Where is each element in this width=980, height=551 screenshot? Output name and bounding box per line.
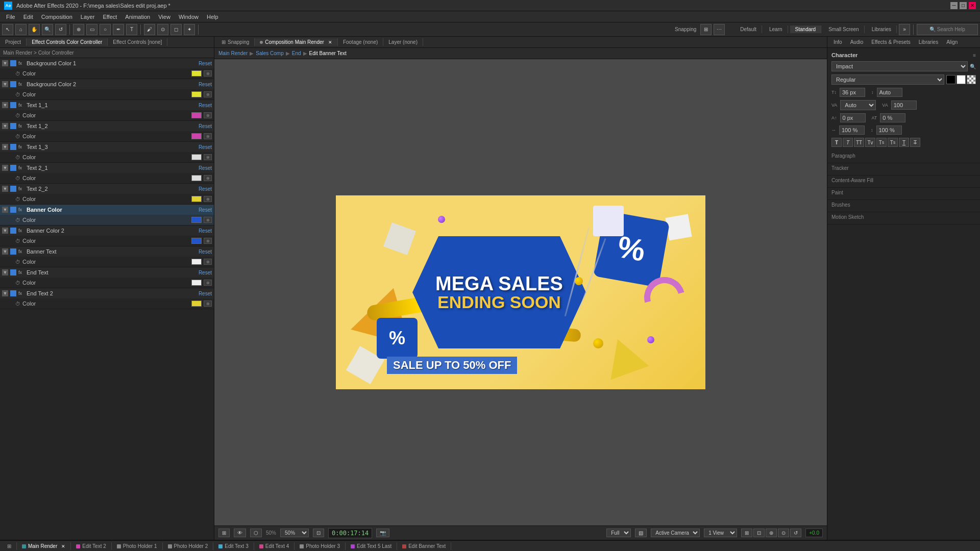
effect-row-bg2[interactable]: ▼ fx Background Color 2 Reset [0, 79, 214, 89]
view-select[interactable]: 1 View 2 Views [704, 529, 737, 537]
reset-bannertext[interactable]: Reset [199, 249, 212, 255]
tool-pen[interactable]: ✒ [113, 24, 124, 35]
reset-text11[interactable]: Reset [199, 103, 212, 108]
checkbox-text22[interactable] [10, 186, 16, 192]
tool-home[interactable]: ⌂ [15, 24, 27, 35]
toggle-bg1[interactable]: ▼ [2, 60, 8, 66]
color-link-banner[interactable]: ⊕ [204, 217, 212, 223]
workspace-more[interactable]: » [899, 24, 910, 35]
tl-tab-edit-text5[interactable]: Edit Text 5 Last [346, 542, 397, 550]
color-swatch-text22[interactable] [191, 196, 202, 202]
smallcaps-btn[interactable]: Tv [865, 138, 875, 147]
menu-view[interactable]: View [154, 13, 175, 21]
tl-tab-main-render[interactable]: Main Render ✕ [17, 542, 71, 550]
kerning-select[interactable]: Auto Optical [840, 100, 876, 110]
effect-row-banner[interactable]: ▼ fx Banner Color Reset [0, 205, 214, 215]
strikethrough-btn[interactable]: T [910, 138, 920, 147]
checkbox-banner[interactable] [10, 207, 16, 213]
snapshot-btn[interactable]: 📷 [376, 529, 389, 537]
color-link-bg1[interactable]: ⊕ [204, 70, 212, 77]
leading-input[interactable] [877, 88, 902, 97]
color-swatch-bg2[interactable] [191, 91, 202, 97]
effect-row-text13[interactable]: ▼ fx Text 1_3 Reset [0, 142, 214, 152]
tool-mask-rect[interactable]: ▭ [86, 24, 97, 35]
right-tab-info[interactable]: Info [829, 38, 846, 46]
vscale-input[interactable] [876, 126, 902, 135]
reset-text13[interactable]: Reset [199, 144, 212, 150]
effect-row-text11[interactable]: ▼ fx Text 1_1 Reset [0, 100, 214, 110]
toggle-endtext2[interactable]: ▼ [2, 290, 8, 296]
checkbox-text12[interactable] [10, 123, 16, 129]
toggle-text22[interactable]: ▼ [2, 186, 8, 192]
menu-animation[interactable]: Animation [121, 13, 154, 21]
reset-endtext[interactable]: Reset [199, 270, 212, 276]
tab-effect-controls-none[interactable]: Effect Controls [none] [108, 38, 167, 46]
color-swatch-text11[interactable] [191, 112, 202, 118]
snap-options[interactable]: ⋯ [714, 24, 725, 35]
zoom-select[interactable]: 50% 100% [280, 529, 309, 537]
view-btn-3[interactable]: ⊛ [766, 529, 777, 537]
stroke-color-box[interactable] [957, 75, 966, 84]
font-size-input[interactable] [840, 88, 865, 97]
checkbox-text21[interactable] [10, 165, 16, 171]
tool-unified[interactable]: ⊕ [73, 24, 84, 35]
tool-zoom[interactable]: 🔍 [42, 24, 53, 35]
stopwatch-text11[interactable]: ⏱ [15, 113, 20, 118]
menu-effect[interactable]: Effect [99, 13, 121, 21]
tl-tab-edit-text4[interactable]: Edit Text 4 [254, 542, 295, 550]
menu-edit[interactable]: Edit [19, 13, 37, 21]
color-link-banner2[interactable]: ⊕ [204, 238, 212, 244]
search-help-btn[interactable]: 🔍 Search Help [917, 24, 978, 35]
minimize-button[interactable]: ─ [950, 2, 958, 9]
view-btn-1[interactable]: ⊞ [741, 529, 752, 537]
comp-tab-footage[interactable]: Footage (none) [338, 38, 383, 46]
menu-composition[interactable]: Composition [37, 13, 77, 21]
reset-endtext2[interactable]: Reset [199, 291, 212, 296]
effect-row-endtext[interactable]: ▼ fx End Text Reset [0, 267, 214, 278]
tool-text[interactable]: T [126, 24, 137, 35]
right-tab-audio[interactable]: Audio [846, 38, 868, 46]
color-swatch-banner[interactable] [191, 217, 202, 223]
comp-viewer-btn[interactable]: 👁 [234, 529, 246, 537]
tool-hand[interactable]: ✋ [29, 24, 40, 35]
bold-btn[interactable]: T [831, 138, 842, 147]
stopwatch-text12[interactable]: ⏱ [15, 134, 20, 139]
tool-puppet[interactable]: ✦ [184, 24, 195, 35]
tool-brush[interactable]: 🖌 [144, 24, 155, 35]
reset-banner[interactable]: Reset [199, 207, 212, 213]
sub-btn[interactable]: Ts [888, 138, 898, 147]
super-btn[interactable]: Ts [876, 138, 887, 147]
effect-row-text12[interactable]: ▼ fx Text 1_2 Reset [0, 121, 214, 131]
color-link-text11[interactable]: ⊕ [204, 112, 212, 118]
maximize-button[interactable]: □ [960, 2, 967, 9]
toggle-text11[interactable]: ▼ [2, 102, 8, 108]
toggle-endtext[interactable]: ▼ [2, 269, 8, 276]
workspace-standard[interactable]: Standard [790, 26, 822, 33]
hscale-input[interactable] [839, 126, 865, 135]
effect-row-endtext2[interactable]: ▼ fx End Text 2 Reset [0, 288, 214, 298]
checkbox-text13[interactable] [10, 144, 16, 150]
color-swatch-bannertext[interactable] [191, 259, 202, 265]
color-swatch-bg1[interactable] [191, 70, 202, 77]
tool-rotate[interactable]: ↺ [55, 24, 66, 35]
menu-window[interactable]: Window [175, 13, 203, 21]
breadcrumb-end[interactable]: End [292, 51, 301, 56]
effect-row-text21[interactable]: ▼ fx Text 2_1 Reset [0, 163, 214, 173]
toggle-bannertext[interactable]: ▼ [2, 248, 8, 255]
comp-settings-btn[interactable]: ⊞ [218, 529, 230, 537]
baseline-input[interactable] [840, 113, 866, 122]
color-swatch-endtext2[interactable] [191, 300, 202, 307]
tool-select[interactable]: ↖ [2, 24, 13, 35]
tl-tab-edit-text3[interactable]: Edit Text 3 [213, 542, 254, 550]
comp-tab-layer[interactable]: Layer (none) [383, 38, 423, 46]
comp-render-btn[interactable]: ⬡ [250, 529, 262, 537]
workspace-libraries[interactable]: Libraries [867, 26, 897, 33]
checkbox-banner2[interactable] [10, 228, 16, 234]
comp-tab-close[interactable]: ✕ [328, 40, 332, 45]
checkbox-bg2[interactable] [10, 81, 16, 87]
stopwatch-endtext[interactable]: ⏱ [15, 280, 20, 286]
color-swatch-text21[interactable] [191, 175, 202, 181]
menu-file[interactable]: File [2, 13, 19, 21]
toggle-text13[interactable]: ▼ [2, 144, 8, 150]
toggle-banner[interactable]: ▼ [2, 207, 8, 213]
